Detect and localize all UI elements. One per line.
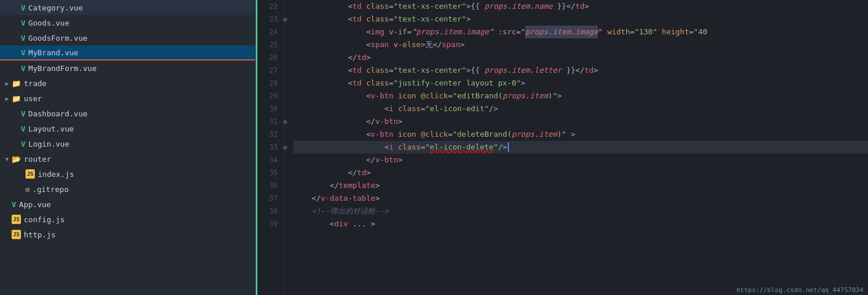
folder-label: trade — [24, 79, 46, 88]
file-label: Category.vue — [28, 3, 83, 12]
code-line-29: <v-btn icon @click="editBrand(props.item… — [293, 90, 868, 102]
code-line-32: <v-btn icon @click="deleteBrand(props.it… — [293, 128, 868, 141]
file-label: App.vue — [19, 200, 51, 209]
sidebar-item-http-js[interactable]: ▼ JS http.js — [0, 227, 255, 242]
code-line-33: <i class="el-icon-delete"/> — [293, 141, 868, 154]
url-bar: https://blog.csdn.net/qq_44757034 — [731, 285, 868, 295]
folder-icon: 📁 — [12, 79, 21, 88]
sidebar-item-goodsform-vue[interactable]: ▼ V GoodsForm.vue — [0, 30, 255, 45]
file-label: MyBrandForm.vue — [28, 64, 96, 73]
file-label: config.js — [24, 215, 64, 224]
code-line-35: </td> — [293, 166, 868, 179]
folder-label: user — [24, 94, 42, 103]
line-number: 36 — [257, 179, 278, 192]
line-number: 22 — [257, 0, 278, 13]
vue-icon: V — [21, 64, 26, 73]
sidebar-item-router[interactable]: 📂 router — [0, 151, 255, 166]
vue-icon: V — [21, 140, 26, 148]
sidebar-item-layout-vue[interactable]: ▼ V Layout.vue — [0, 121, 255, 136]
line-number: 34 — [257, 154, 278, 166]
code-line-24: <img v-if="props.item.image" :src="props… — [293, 26, 868, 38]
vue-icon: V — [21, 109, 26, 118]
code-line-37: </v-data-table> — [293, 192, 868, 205]
arrow-icon — [2, 95, 12, 102]
sidebar-item-index-js[interactable]: ▼ JS index.js — [0, 166, 255, 182]
vue-icon: V — [21, 48, 26, 57]
code-line-28: <td class="justify-center layout px-0"> — [293, 77, 868, 90]
line-number: 38 — [257, 205, 278, 218]
sidebar-item-config-js[interactable]: ▼ JS config.js — [0, 212, 255, 227]
js-icon: JS — [26, 169, 35, 179]
code-line-23: <td class="text-xs-center"> — [293, 13, 868, 26]
sidebar-item-trade[interactable]: 📁 trade — [0, 76, 255, 91]
code-line-34: </v-btn> — [293, 154, 868, 166]
code-editor: 22 23 24 25 26 27 28 29 30 31 32 33 34 3… — [257, 0, 868, 295]
file-label: Layout.vue — [28, 125, 74, 133]
vue-icon: V — [21, 34, 26, 42]
line-number: 32 — [257, 128, 278, 141]
code-line-22: <td class="text-xs-center">{{ props.item… — [293, 0, 868, 13]
sidebar-item-app-vue[interactable]: ▼ V App.vue — [0, 197, 255, 212]
line-number: 28 — [257, 77, 278, 90]
sidebar-item-category-vue[interactable]: ▼ V Category.vue — [0, 0, 255, 15]
folder-icon: 📁 — [12, 94, 21, 103]
vue-icon: V — [21, 3, 26, 12]
arrow-icon — [2, 80, 12, 87]
file-label: GoodsForm.vue — [28, 34, 88, 42]
file-label: MyBrand.vue — [28, 48, 78, 57]
sidebar-item-dashboard-vue[interactable]: ▼ V Dashboard.vue — [0, 106, 255, 121]
file-label: http.js — [24, 230, 56, 239]
code-line-26: </td> — [293, 51, 868, 64]
git-icon: ▤ — [26, 186, 30, 193]
line-number: 39 — [257, 218, 278, 230]
vue-icon: V — [21, 125, 26, 133]
line-number: 27 — [257, 64, 278, 77]
line-number: 33 — [257, 141, 278, 154]
file-explorer: ▼ V Category.vue ▼ V Goods.vue ▼ V Goods… — [0, 0, 256, 295]
sidebar-item-user[interactable]: 📁 user — [0, 91, 255, 106]
line-number: 25 — [257, 38, 278, 51]
line-number: 31 — [257, 115, 278, 128]
code-line-36: </template> — [293, 179, 868, 192]
code-content[interactable]: <td class="text-xs-center">{{ props.item… — [286, 0, 868, 295]
vue-icon: V — [21, 19, 26, 27]
arrow-icon — [2, 156, 12, 162]
code-line-31: </v-btn> — [293, 115, 868, 128]
sidebar-item-login-vue[interactable]: ▼ V Login.vue — [0, 136, 255, 151]
js-icon: JS — [12, 230, 21, 239]
sidebar-item-mybrand-vue[interactable]: ▼ V MyBrand.vue — [0, 45, 255, 61]
line-number: 29 — [257, 90, 278, 102]
line-number: 30 — [257, 102, 278, 115]
code-line-30: <i class="el-icon-edit"/> — [293, 102, 868, 115]
line-number: 24 — [257, 26, 278, 38]
line-number: 26 — [257, 51, 278, 64]
file-label: Goods.vue — [28, 19, 69, 27]
url-text: https://blog.csdn.net/qq_44757034 — [736, 286, 863, 294]
line-number: 35 — [257, 166, 278, 179]
sidebar-item-mybrandform-vue[interactable]: ▼ V MyBrandForm.vue — [0, 61, 255, 76]
line-number: 23 — [257, 13, 278, 26]
js-icon: JS — [12, 215, 21, 224]
folder-icon: 📂 — [12, 155, 21, 164]
code-line-25: <span v-else>无</span> — [293, 38, 868, 51]
code-line-39: <div ... > — [293, 218, 868, 230]
file-label: Dashboard.vue — [28, 109, 88, 118]
file-label: .gitrepo — [33, 185, 69, 194]
file-label: Login.vue — [28, 140, 69, 148]
vue-icon: V — [12, 200, 16, 209]
code-line-38: <!--弹出的对话框--> — [293, 205, 868, 218]
folder-label: router — [24, 155, 51, 164]
code-line-27: <td class="text-xs-center">{{ props.item… — [293, 64, 868, 77]
sidebar-item-gitrepo[interactable]: ▼ ▤ .gitrepo — [0, 182, 255, 197]
sidebar-item-goods-vue[interactable]: ▼ V Goods.vue — [0, 15, 255, 30]
line-numbers: 22 23 24 25 26 27 28 29 30 31 32 33 34 3… — [257, 0, 284, 295]
file-label: index.js — [38, 170, 74, 179]
line-number: 37 — [257, 192, 278, 205]
